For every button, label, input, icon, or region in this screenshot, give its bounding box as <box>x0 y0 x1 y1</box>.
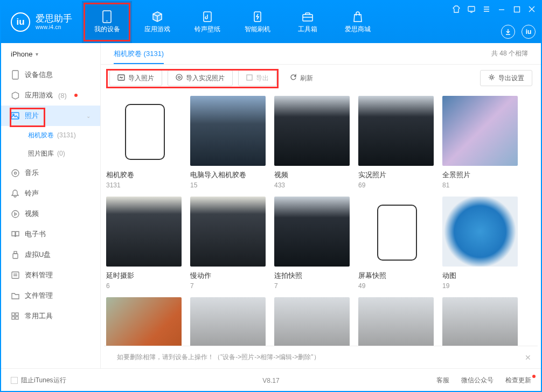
tab-camera-roll[interactable]: 相机胶卷 (3131) <box>114 44 164 64</box>
album-thumb <box>358 297 434 346</box>
import-live-button[interactable]: 导入实况照片 <box>168 70 233 86</box>
export-settings-button[interactable]: 导出设置 <box>480 70 532 86</box>
sidebar-item-ebooks[interactable]: 电子书 <box>1 224 100 244</box>
version-label: V8.17 <box>262 377 279 384</box>
sidebar-item-udisk[interactable]: 虚拟U盘 <box>1 244 100 265</box>
album-item[interactable] <box>190 297 266 346</box>
download-button[interactable] <box>501 25 515 39</box>
svg-rect-19 <box>16 317 18 319</box>
close-icon[interactable] <box>527 4 537 14</box>
list-icon <box>11 271 19 279</box>
feedback-icon[interactable] <box>467 4 476 14</box>
album-name: 相机胶卷 <box>106 170 182 180</box>
album-thumb <box>106 96 182 166</box>
grid-icon <box>11 312 19 320</box>
sidebar-item-music[interactable]: 音乐 <box>1 163 100 183</box>
book-icon <box>11 230 19 239</box>
device-selector[interactable]: iPhone ▾ <box>1 43 100 65</box>
svg-rect-5 <box>468 6 475 11</box>
logo-small-icon[interactable]: iu <box>522 25 536 39</box>
sidebar-item-tools[interactable]: 常用工具 <box>1 306 100 326</box>
footer-link-support[interactable]: 客服 <box>436 376 449 385</box>
import-photo-button[interactable]: 导入照片 <box>109 70 162 86</box>
album-item[interactable]: 连拍快照 7 <box>274 197 350 290</box>
svg-rect-6 <box>514 6 519 12</box>
album-thumb <box>190 197 266 267</box>
album-count: 69 <box>358 181 434 189</box>
sidebar-item-video[interactable]: 视频 <box>1 204 100 224</box>
play-icon <box>11 209 19 218</box>
album-count: 81 <box>442 181 518 189</box>
album-item[interactable] <box>274 297 350 346</box>
album-item[interactable]: 屏幕快照 49 <box>358 197 434 290</box>
chevron-down-icon: ▾ <box>36 51 38 57</box>
refresh-icon <box>290 74 297 82</box>
image-icon <box>11 111 19 120</box>
sidebar-item-apps[interactable]: 应用游戏 (8) <box>1 85 100 106</box>
sidebar-item-files[interactable]: 文件管理 <box>1 285 100 306</box>
nav-my-device[interactable]: 我的设备 <box>82 1 132 43</box>
album-item[interactable]: 全景照片 81 <box>442 96 518 189</box>
nav-store[interactable]: 爱思商城 <box>332 1 383 43</box>
music-icon <box>201 11 213 23</box>
app-name: 爱思助手 <box>36 13 72 24</box>
checkbox-icon <box>11 377 18 384</box>
album-thumb <box>358 96 434 166</box>
svg-point-1 <box>107 20 108 22</box>
sidebar-sub-photo-library[interactable]: 照片图库 (0) <box>1 144 100 163</box>
nav-toolbox[interactable]: 工具箱 <box>282 1 332 43</box>
tabbar: 相机胶卷 (3131) 共 48 个相簿 <box>101 43 541 65</box>
album-item[interactable]: 慢动作 7 <box>190 197 266 290</box>
minimize-icon[interactable] <box>497 4 506 14</box>
toolbar: 导入照片 导入实况照片 导出 刷新 导出设置 <box>101 65 541 92</box>
footer-link-update[interactable]: 检查更新 <box>505 376 531 385</box>
album-name: 实况照片 <box>358 170 434 180</box>
album-item[interactable] <box>358 297 434 346</box>
hint-bar: 如要删除相簿，请到设备上操作！（"设备->照片->相簿->编辑->删除"） ✕ <box>104 346 538 368</box>
svg-rect-17 <box>16 313 18 316</box>
nav-apps[interactable]: 应用游戏 <box>132 1 182 43</box>
album-item[interactable]: 电脑导入相机胶卷 15 <box>190 96 266 189</box>
album-name: 延时摄影 <box>106 271 182 281</box>
album-item[interactable]: 延时摄影 6 <box>106 197 182 290</box>
sidebar-sub-camera-roll[interactable]: 相机胶卷 (3131) <box>1 126 100 144</box>
album-thumb <box>190 96 266 166</box>
album-thumb <box>442 297 518 346</box>
album-name: 慢动作 <box>190 271 266 281</box>
menu-icon[interactable] <box>482 4 491 14</box>
album-item[interactable]: 视频 433 <box>274 96 350 189</box>
sidebar-item-ringtones[interactable]: 铃声 <box>1 183 100 204</box>
album-item[interactable]: 动图 19 <box>442 197 518 290</box>
album-count: 3131 <box>106 181 182 189</box>
album-item[interactable] <box>106 297 182 346</box>
app-url: www.i4.cn <box>36 24 72 31</box>
album-thumb <box>190 297 266 346</box>
close-hint-button[interactable]: ✕ <box>525 353 531 362</box>
svg-rect-4 <box>303 15 312 21</box>
maximize-icon[interactable] <box>512 4 522 14</box>
refresh-button[interactable]: 刷新 <box>282 70 321 86</box>
album-name: 全景照片 <box>442 170 518 180</box>
block-itunes-checkbox[interactable]: 阻止iTunes运行 <box>11 376 66 385</box>
album-item[interactable]: 相机胶卷 3131 <box>106 96 182 189</box>
svg-rect-18 <box>12 317 15 319</box>
nav-flash[interactable]: 智能刷机 <box>232 1 282 43</box>
sidebar-item-device-info[interactable]: 设备信息 <box>1 65 100 85</box>
export-icon <box>246 74 253 82</box>
sidebar-item-photos[interactable]: 照片 ⌄ <box>1 106 100 126</box>
footer-link-wechat[interactable]: 微信公众号 <box>461 376 494 385</box>
usb-icon <box>11 250 19 259</box>
footer: 阻止iTunes运行 V8.17 客服 微信公众号 检查更新 <box>1 368 541 392</box>
live-icon <box>176 74 183 82</box>
album-total: 共 48 个相簿 <box>491 49 528 58</box>
album-thumb <box>358 197 434 267</box>
nav-ringtones[interactable]: 铃声壁纸 <box>182 1 232 43</box>
album-item[interactable]: 实况照片 69 <box>358 96 434 189</box>
album-name: 连拍快照 <box>274 271 350 281</box>
skin-icon[interactable] <box>451 4 461 14</box>
flash-icon <box>252 11 263 23</box>
export-button[interactable]: 导出 <box>238 70 277 86</box>
sidebar-item-data[interactable]: 资料管理 <box>1 265 100 285</box>
main-content: 相机胶卷 (3131) 共 48 个相簿 导入照片 导入实况照片 导出 刷新 <box>101 43 541 368</box>
album-item[interactable] <box>442 297 518 346</box>
